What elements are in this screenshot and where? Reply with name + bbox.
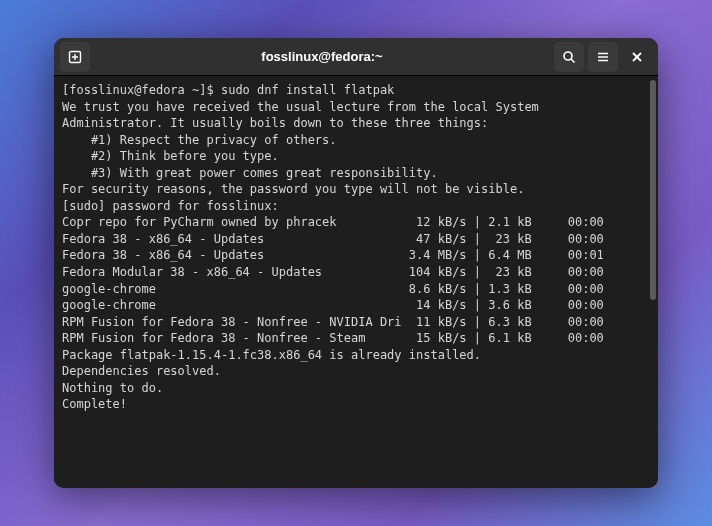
terminal-line: Dependencies resolved. xyxy=(62,363,650,380)
terminal-line: Fedora 38 - x86_64 - Updates 3.4 MB/s | … xyxy=(62,247,650,264)
terminal-line: Fedora 38 - x86_64 - Updates 47 kB/s | 2… xyxy=(62,231,650,248)
terminal-line: Fedora Modular 38 - x86_64 - Updates 104… xyxy=(62,264,650,281)
titlebar: fosslinux@fedora:~ xyxy=(54,38,658,76)
terminal-line: Copr repo for PyCharm owned by phracek 1… xyxy=(62,214,650,231)
hamburger-icon xyxy=(596,50,610,64)
close-button[interactable] xyxy=(622,42,652,72)
menu-button[interactable] xyxy=(588,42,618,72)
new-tab-button[interactable] xyxy=(60,42,90,72)
terminal-line: [fosslinux@fedora ~]$ sudo dnf install f… xyxy=(62,82,650,99)
new-tab-icon xyxy=(68,50,82,64)
svg-point-3 xyxy=(564,52,572,60)
svg-line-4 xyxy=(571,59,575,63)
search-icon xyxy=(562,50,576,64)
terminal-line: google-chrome 14 kB/s | 3.6 kB 00:00 xyxy=(62,297,650,314)
terminal-window: fosslinux@fedora:~ [fosslinux@fedora ~]$… xyxy=(54,38,658,488)
terminal-line: Package flatpak-1.15.4-1.fc38.x86_64 is … xyxy=(62,347,650,364)
search-button[interactable] xyxy=(554,42,584,72)
terminal-line: #1) Respect the privacy of others. xyxy=(62,132,650,149)
terminal-line: [sudo] password for fosslinux: xyxy=(62,198,650,215)
close-icon xyxy=(631,51,643,63)
terminal-line: RPM Fusion for Fedora 38 - Nonfree - NVI… xyxy=(62,314,650,331)
terminal-line: google-chrome 8.6 kB/s | 1.3 kB 00:00 xyxy=(62,281,650,298)
scrollbar[interactable] xyxy=(650,80,656,300)
terminal-line: Administrator. It usually boils down to … xyxy=(62,115,650,132)
terminal-line: #3) With great power comes great respons… xyxy=(62,165,650,182)
terminal-line: Complete! xyxy=(62,396,650,413)
terminal-body[interactable]: [fosslinux@fedora ~]$ sudo dnf install f… xyxy=(54,76,658,488)
terminal-line: #2) Think before you type. xyxy=(62,148,650,165)
terminal-line: RPM Fusion for Fedora 38 - Nonfree - Ste… xyxy=(62,330,650,347)
terminal-line: We trust you have received the usual lec… xyxy=(62,99,650,116)
window-title: fosslinux@fedora:~ xyxy=(94,49,550,64)
terminal-line: Nothing to do. xyxy=(62,380,650,397)
terminal-line: For security reasons, the password you t… xyxy=(62,181,650,198)
